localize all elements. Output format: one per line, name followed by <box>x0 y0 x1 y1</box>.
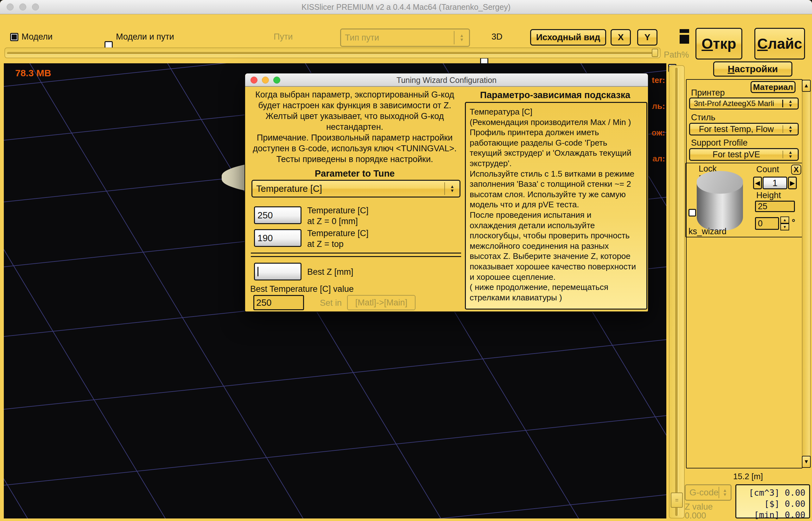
printer-dropdown[interactable]: 3nt-Prof AzteegX5 Marli ▲▼ <box>689 97 799 110</box>
path-type-placeholder: Тип пути <box>341 33 454 43</box>
open-button-rest: ткр <box>713 35 736 52</box>
window-titlebar: KISSlicer PREMIUM v2 a 0.4.4 Mac64 (Tara… <box>0 0 812 14</box>
stepper-down-icon: ▼ <box>788 129 793 133</box>
printer-label: Принтер <box>691 88 725 98</box>
hint-header: Параметро-зависимая подсказка <box>463 90 647 100</box>
support-profile-value: For test pVE <box>690 150 783 160</box>
arrow-right-icon: ▶ <box>790 179 795 187</box>
arrow-left-icon: ◀ <box>755 179 760 187</box>
slice-button-initial: С <box>757 35 768 52</box>
temp-top-label: Temperature [C] at Z = top <box>307 228 369 249</box>
stepper-down-icon: ▼ <box>723 493 727 497</box>
temp-top-field[interactable]: 190 <box>254 229 302 247</box>
reset-view-button[interactable]: Исходный вид <box>530 29 606 46</box>
count-label: Count <box>756 165 779 175</box>
set-in-label: Set in <box>320 298 342 308</box>
arrow-down-icon: ▼ <box>804 459 809 465</box>
y-axis-button[interactable]: Y <box>637 29 657 46</box>
temp-z0-label: Temperature [C] at Z = 0 [mm] <box>307 205 369 227</box>
lock-paths-checkbox[interactable] <box>688 209 696 217</box>
height-field[interactable]: 25 <box>755 201 795 212</box>
slice-button[interactable]: Слайс <box>754 28 805 60</box>
parameter-value: Temperature [C] <box>253 184 444 194</box>
model-name-label: ks_wizard <box>688 227 726 236</box>
memory-usage-label: 78.3 MB <box>15 68 51 78</box>
settings-button-initial: Н <box>728 64 735 74</box>
style-label: Стиль <box>691 113 716 122</box>
support-profile-dropdown[interactable]: For test pVE ▲▼ <box>689 148 799 161</box>
clipped-printer-label: ter: <box>646 75 665 85</box>
z-slider[interactable] <box>669 65 685 519</box>
layers-icon <box>680 35 689 44</box>
stepper-down-icon: ▼ <box>460 38 464 42</box>
height-label: Height <box>756 190 781 200</box>
delete-model-button[interactable]: X <box>791 165 801 175</box>
models-checkbox[interactable] <box>10 33 18 41</box>
settings-button-rest: астройки <box>735 64 778 74</box>
style-dropdown[interactable]: For test Temp, Flow ▲▼ <box>689 123 799 135</box>
settings-button[interactable]: Настройки <box>713 62 792 76</box>
parameter-to-tune-header: Parameter to Tune <box>247 168 462 179</box>
path-percent-label: Path% <box>664 50 689 60</box>
clipped-style-label: ль: <box>646 101 665 111</box>
dialog-intro-text: Когда выбран параметр, экспортированный … <box>247 89 462 165</box>
x-axis-button[interactable]: X <box>611 29 631 46</box>
material-button[interactable]: Материал <box>750 81 795 93</box>
hint-text: Температура [C] (Рекомендация производит… <box>470 107 644 302</box>
clipped-material-label: ал: <box>646 154 665 164</box>
temp-z0-field[interactable]: 250 <box>254 206 302 224</box>
window-title: KISSlicer PREMIUM v2 a 0.4.4 Mac64 (Tara… <box>0 0 812 14</box>
rotation-field[interactable]: 0 <box>755 217 779 230</box>
clipped-support-label: ож: <box>646 128 665 138</box>
spinner-down-icon[interactable]: ▼ <box>780 224 789 230</box>
style-value: For test Temp, Flow <box>690 124 783 134</box>
3d-label: 3D <box>491 32 503 42</box>
rotation-spinner[interactable]: ▲ ▼ <box>780 217 789 230</box>
z-value: 0.000 <box>685 511 706 521</box>
stepper-down-icon: ▼ <box>788 155 793 159</box>
slider-groove <box>675 68 678 516</box>
kisslicer-window: KISSlicer PREMIUM v2 a 0.4.4 Mac64 (Tara… <box>0 0 812 521</box>
arrow-up-icon: ▲ <box>804 83 809 89</box>
parameter-dropdown[interactable]: Temperature [C] ▲▼ <box>251 180 460 198</box>
spinner-up-icon[interactable]: ▲ <box>780 217 789 224</box>
dialog-title: Tuning Wizard Configuration <box>245 73 648 87</box>
count-decrement-button[interactable]: ◀ <box>753 177 762 189</box>
scroll-down-button[interactable]: ▼ <box>802 456 811 468</box>
layers-icon <box>680 29 689 33</box>
path-type-dropdown: Тип пути ▲▼ <box>340 28 470 47</box>
z-value-label: Z value <box>685 502 713 512</box>
scroll-up-button[interactable]: ▲ <box>802 80 811 92</box>
printer-value: 3nt-Prof AzteegX5 Marli <box>690 99 782 108</box>
count-field[interactable]: 1 <box>763 177 787 189</box>
path-percent-slider[interactable] <box>4 47 661 58</box>
open-button-initial: О <box>701 35 713 52</box>
slider-groove <box>7 52 658 55</box>
paths-label: Пути <box>273 32 293 42</box>
z-slider-thumb[interactable]: = <box>671 493 683 508</box>
sidebar-scrollbar[interactable] <box>802 80 811 468</box>
best-value-label: Best Temperature [C] value <box>250 284 354 294</box>
best-z-field[interactable] <box>254 263 302 280</box>
best-value-field[interactable]: 250 <box>254 295 304 310</box>
gcode-label: G-code <box>686 488 719 498</box>
count-increment-button[interactable]: ▶ <box>788 177 797 189</box>
support-profile-label: Support Profile <box>691 138 748 148</box>
models-label: Модели <box>22 32 52 42</box>
degree-symbol: ° <box>792 218 795 228</box>
set-in-button: [Matl]->[Main] <box>347 295 416 310</box>
path-percent-slider-thumb[interactable] <box>652 49 658 57</box>
dialog-titlebar: Tuning Wizard Configuration <box>245 73 648 87</box>
best-z-label: Best Z [mm] <box>307 267 353 277</box>
section-divider <box>251 253 461 257</box>
gcode-dropdown: G-code ▲▼ <box>685 484 731 501</box>
stepper-down-icon: ▼ <box>788 104 793 108</box>
profiles-panel <box>686 79 803 469</box>
filament-length-label: 15.2 [m] <box>723 472 773 481</box>
stepper-down-icon: ▼ <box>450 189 455 193</box>
open-button[interactable]: Откр <box>696 28 742 60</box>
text-cursor-icon <box>258 267 258 276</box>
models-and-paths-label: Модели и пути <box>116 32 174 42</box>
tuning-wizard-dialog: Tuning Wizard Configuration Когда выбран… <box>244 73 649 312</box>
hint-panel: Температура [C] (Рекомендация производит… <box>465 102 647 310</box>
